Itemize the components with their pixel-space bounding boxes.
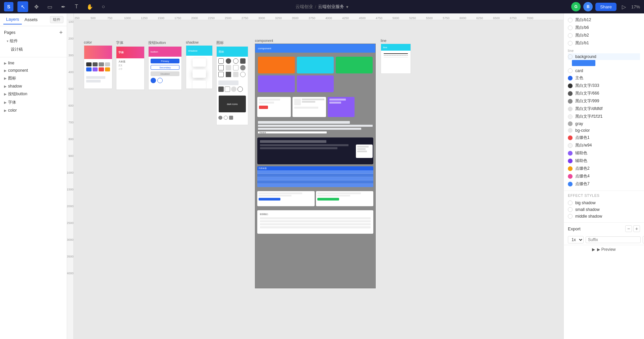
- zoom-level[interactable]: 17%: [631, 4, 640, 9]
- style-item-text-f1f1f1[interactable]: 黑白文字/f1f1f1: [568, 113, 640, 120]
- frame-component-label: component: [255, 39, 376, 43]
- frame-color-box[interactable]: [84, 45, 112, 89]
- export-buttons: − +: [625, 225, 640, 232]
- preview-button[interactable]: ▶ ▶ Preview: [564, 245, 644, 254]
- style-color-assist1: [568, 151, 573, 156]
- style-color-text333: [568, 83, 573, 88]
- style-color-text999: [568, 99, 573, 104]
- style-label-b12: 黑白/b12: [575, 17, 591, 23]
- style-item-accent7[interactable]: 点缀色7: [568, 180, 640, 188]
- export-plus-btn[interactable]: +: [633, 225, 640, 232]
- effect-item-big-shadow[interactable]: big shadow: [568, 200, 640, 206]
- layer-line[interactable]: ▶ line: [0, 59, 67, 67]
- style-item-accent4[interactable]: 点缀色4: [568, 172, 640, 180]
- frame-shadow-label: shadow: [186, 40, 213, 44]
- style-color-textdf: [568, 107, 573, 111]
- panel-actions: 组件: [50, 16, 63, 23]
- layer-font[interactable]: ▶ 字体: [0, 98, 67, 107]
- page-item-component[interactable]: ▾ 组件: [0, 37, 67, 45]
- style-item-w94[interactable]: 黑白/w94: [568, 142, 640, 149]
- style-label-textdf: 黑白文字/dfdfdf: [575, 106, 602, 112]
- tool-select[interactable]: ↖: [17, 1, 28, 12]
- style-item-b2[interactable]: 黑白/b2: [568, 32, 640, 39]
- export-header: Export − +: [564, 223, 644, 235]
- layer-button[interactable]: ▶ 按钮button: [0, 90, 67, 98]
- frame-font-box[interactable]: 字体 大标题 正文 小字: [116, 46, 145, 90]
- tool-hand[interactable]: ✋: [85, 1, 95, 12]
- tool-move[interactable]: ✥: [31, 1, 42, 12]
- ruler-corner: [67, 13, 74, 20]
- frame-line-box[interactable]: line: [381, 44, 411, 74]
- layer-icon[interactable]: ▶ 图标: [0, 74, 67, 82]
- style-item-text-666[interactable]: 黑白文字/666: [568, 90, 640, 97]
- style-label-w94: 黑白/w94: [575, 143, 592, 148]
- export-row: 1x 2x 3x PNG SVG PDF ···: [564, 235, 644, 245]
- tool-pen[interactable]: ✒: [58, 1, 68, 12]
- style-item-card[interactable]: card: [568, 67, 640, 74]
- export-minus-btn[interactable]: −: [625, 225, 632, 232]
- tool-frame[interactable]: ▭: [44, 1, 55, 12]
- style-color-accent2: [568, 166, 573, 171]
- style-item-accent1[interactable]: 点缀色1: [568, 134, 640, 142]
- style-item-text-333[interactable]: 黑白文字/333: [568, 82, 640, 90]
- frame-component[interactable]: component component: [255, 39, 376, 288]
- style-color-accent7: [568, 182, 573, 186]
- style-item-b6[interactable]: 黑白/b6: [568, 24, 640, 32]
- frame-line[interactable]: line line: [381, 39, 411, 74]
- app-logo[interactable]: S: [4, 2, 13, 11]
- effect-label-middle-shadow: middle shadow: [575, 214, 602, 219]
- style-item-assist2[interactable]: 辅助色: [568, 157, 640, 165]
- add-page-button[interactable]: +: [59, 30, 63, 36]
- style-item-text-dfdfdf[interactable]: 黑白文字/dfdfdf: [568, 105, 640, 113]
- play-button[interactable]: ▷: [619, 2, 629, 11]
- style-item-main-color[interactable]: 主色: [568, 74, 640, 82]
- style-color-assist2: [568, 159, 573, 163]
- component-action-btn[interactable]: 组件: [50, 16, 63, 23]
- frame-shadow-box[interactable]: shadow: [186, 45, 213, 89]
- effect-item-middle-shadow[interactable]: middle shadow: [568, 213, 640, 220]
- frame-component-box[interactable]: component: [255, 44, 376, 288]
- layer-color[interactable]: ▶ color: [0, 107, 67, 114]
- page-item-design[interactable]: 设计稿: [0, 45, 67, 54]
- style-label-assist2: 辅助色: [575, 158, 587, 164]
- canvas-content[interactable]: color: [74, 20, 564, 339]
- style-item-accent2[interactable]: 点缀色2: [568, 165, 640, 172]
- tool-text[interactable]: T: [71, 1, 82, 12]
- toolbar-right: G B Share ▷ 17%: [571, 2, 640, 11]
- style-item-b12[interactable]: 黑白/b12: [568, 16, 640, 24]
- style-label-gray: gray: [575, 121, 583, 126]
- effect-item-small-shadow[interactable]: small shadow: [568, 206, 640, 213]
- style-label-accent1: 点缀色1: [575, 135, 590, 140]
- canvas-area[interactable]: 250 500 750 1000 1250 1500 1750 2000 225…: [67, 13, 564, 339]
- layers-list: ▶ line ▶ component ▶ 图标 ▶ shadow ▶ 按钮but…: [0, 59, 67, 115]
- preview-label: ▶ Preview: [597, 247, 615, 252]
- style-item-bg-color[interactable]: bg-color: [568, 127, 640, 134]
- frame-icon-box[interactable]: 图标: [216, 46, 248, 125]
- frame-icon[interactable]: 图标 图标: [216, 40, 248, 125]
- frame-color[interactable]: color: [84, 40, 112, 89]
- style-label-background: background: [575, 54, 596, 59]
- style-item-assist1[interactable]: 辅助色: [568, 149, 640, 157]
- frame-font[interactable]: 字体 字体 大标题 正文 小字: [116, 40, 145, 90]
- frame-icon-label: 图标: [216, 40, 248, 45]
- style-color-textf1: [568, 114, 573, 119]
- effect-icon-big-shadow: [568, 201, 573, 205]
- export-suffix-input[interactable]: [586, 236, 641, 243]
- style-item-text-999[interactable]: 黑白文字/999: [568, 97, 640, 105]
- frame-button-box[interactable]: button Primary Secondary Disabled: [148, 46, 182, 90]
- style-label-b6: 黑白/b6: [575, 25, 589, 31]
- tab-layers[interactable]: Layers: [3, 15, 22, 24]
- tab-assets[interactable]: Assets: [22, 15, 40, 24]
- style-item-background[interactable]: background: [568, 53, 640, 60]
- style-label-main-color: 主色: [575, 75, 583, 81]
- share-button[interactable]: Share: [595, 3, 616, 11]
- export-scale-select[interactable]: 1x 2x 3x: [568, 236, 584, 243]
- frame-shadow[interactable]: shadow shadow: [186, 40, 213, 89]
- frame-button[interactable]: 按钮button button Primary Secondary Disab: [148, 40, 182, 90]
- export-format-select[interactable]: PNG SVG PDF: [643, 236, 644, 243]
- layer-shadow[interactable]: ▶ shadow: [0, 82, 67, 90]
- tool-comment[interactable]: ○: [98, 1, 109, 12]
- style-item-b1[interactable]: 黑白/b1: [568, 39, 640, 47]
- layer-component[interactable]: ▶ component: [0, 67, 67, 74]
- style-item-gray[interactable]: gray: [568, 120, 640, 127]
